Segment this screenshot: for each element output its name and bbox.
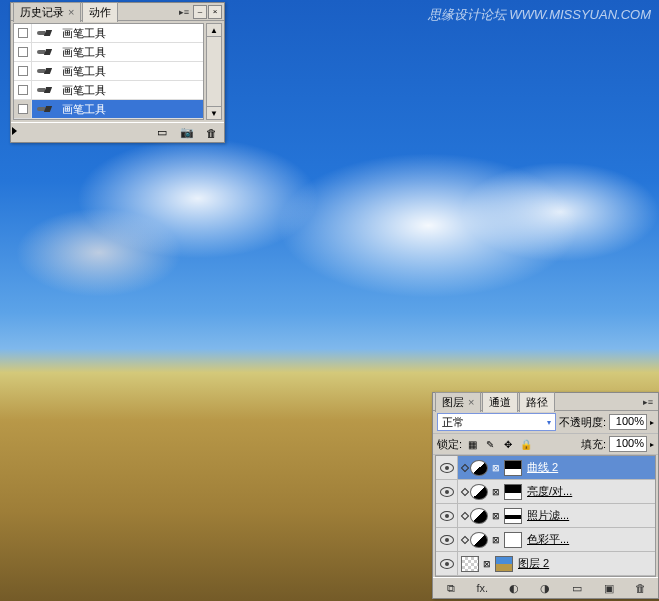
- layer-name[interactable]: 照片滤...: [525, 508, 655, 523]
- link-icon: ⊠: [492, 535, 500, 545]
- layer-thumb[interactable]: [461, 556, 479, 572]
- minimize-button[interactable]: –: [193, 5, 207, 19]
- panel-menu-icon[interactable]: ▸≡: [176, 7, 192, 17]
- tab-channels[interactable]: 通道: [482, 392, 518, 412]
- adjustment-thumb[interactable]: [470, 532, 488, 548]
- link-icon: ⊠: [492, 511, 500, 521]
- tab-channels-label: 通道: [489, 395, 511, 410]
- visibility-eye-icon[interactable]: [440, 511, 454, 521]
- fill-caret-icon[interactable]: ▸: [650, 440, 654, 449]
- history-item-label: 画笔工具: [58, 102, 203, 117]
- blend-mode-select[interactable]: 正常 ▾: [437, 413, 556, 431]
- tab-history[interactable]: 历史记录 ×: [13, 2, 81, 22]
- mask-thumb[interactable]: [504, 460, 522, 476]
- layer-mask-icon[interactable]: ◐: [505, 581, 523, 595]
- watermark-text: 思缘设计论坛 WWW.MISSYUAN.COM: [428, 6, 651, 24]
- history-item[interactable]: 画笔工具: [14, 81, 203, 100]
- tab-layers-label: 图层: [442, 395, 464, 410]
- close-button[interactable]: ×: [208, 5, 222, 19]
- layers-panel: 图层 × 通道 路径 ▸≡ 正常 ▾ 不透明度: 100% ▸ 锁定: ▦ ✎ …: [432, 392, 659, 599]
- visibility-eye-icon[interactable]: [440, 559, 454, 569]
- layer-name[interactable]: 色彩平...: [525, 532, 655, 547]
- adjustment-layer-icon[interactable]: ◑: [536, 581, 554, 595]
- layers-title-bar: 图层 × 通道 路径 ▸≡: [433, 393, 658, 411]
- lock-all-icon[interactable]: 🔒: [519, 437, 533, 451]
- history-item-selected[interactable]: 画笔工具: [14, 100, 203, 119]
- layer-row[interactable]: ⊠ 色彩平...: [436, 528, 655, 552]
- fill-input[interactable]: 100%: [609, 436, 647, 452]
- mask-thumb[interactable]: [504, 532, 522, 548]
- history-item[interactable]: 画笔工具: [14, 24, 203, 43]
- expand-indicator-icon[interactable]: [461, 535, 469, 543]
- trash-icon[interactable]: 🗑: [204, 126, 219, 139]
- panel-menu-icon[interactable]: ▸≡: [640, 397, 656, 407]
- adjustment-thumb[interactable]: [470, 460, 488, 476]
- opacity-caret-icon[interactable]: ▸: [650, 418, 654, 427]
- history-title-bar: 历史记录 × 动作 ▸≡ – ×: [11, 3, 224, 21]
- history-item[interactable]: 画笔工具: [14, 43, 203, 62]
- visibility-eye-icon[interactable]: [440, 487, 454, 497]
- opacity-input[interactable]: 100%: [609, 414, 647, 430]
- history-footer: ▭ 📷 🗑: [11, 122, 224, 142]
- trash-icon[interactable]: 🗑: [631, 581, 649, 595]
- history-list: 画笔工具 画笔工具 画笔工具 画笔工具 画笔工具: [13, 23, 204, 120]
- history-item[interactable]: 画笔工具: [14, 62, 203, 81]
- layer-name[interactable]: 图层 2: [516, 556, 655, 571]
- layer-row[interactable]: ⊠ 照片滤...: [436, 504, 655, 528]
- tab-paths[interactable]: 路径: [519, 392, 555, 412]
- history-panel: 历史记录 × 动作 ▸≡ – × 画笔工具 画笔工具 画笔工具: [10, 2, 225, 143]
- scroll-down-button[interactable]: ▼: [206, 106, 222, 120]
- visibility-eye-icon[interactable]: [440, 535, 454, 545]
- blend-mode-value: 正常: [442, 415, 464, 430]
- history-current-indicator: [12, 127, 17, 135]
- mask-thumb[interactable]: [504, 484, 522, 500]
- visibility-eye-icon[interactable]: [440, 463, 454, 473]
- new-document-icon[interactable]: ▭: [154, 126, 169, 139]
- tab-history-close-icon[interactable]: ×: [68, 6, 74, 18]
- brush-icon: [37, 84, 53, 96]
- lock-label: 锁定:: [437, 437, 462, 452]
- layer-name[interactable]: 亮度/对...: [525, 484, 655, 499]
- history-checkbox[interactable]: [18, 47, 28, 57]
- mask-thumb[interactable]: [504, 508, 522, 524]
- expand-indicator-icon[interactable]: [461, 511, 469, 519]
- expand-indicator-icon[interactable]: [461, 487, 469, 495]
- brush-icon: [37, 27, 53, 39]
- scrollbar-track[interactable]: [206, 37, 222, 106]
- group-icon[interactable]: ▭: [568, 581, 586, 595]
- tab-history-label: 历史记录: [20, 5, 64, 20]
- tab-layers[interactable]: 图层 ×: [435, 392, 481, 412]
- adjustment-thumb[interactable]: [470, 508, 488, 524]
- history-item-label: 画笔工具: [58, 26, 203, 41]
- opacity-label: 不透明度:: [559, 415, 606, 430]
- layer-style-icon[interactable]: fx.: [473, 581, 491, 595]
- history-checkbox[interactable]: [18, 104, 28, 114]
- lock-image-icon[interactable]: ✎: [483, 437, 497, 451]
- layer-list: ⊠ 曲线 2 ⊠ 亮度/对... ⊠ 照片滤...: [435, 455, 656, 577]
- snapshot-icon[interactable]: 📷: [179, 126, 194, 139]
- history-checkbox[interactable]: [18, 85, 28, 95]
- dropdown-caret-icon: ▾: [547, 418, 551, 427]
- lock-fill-row: 锁定: ▦ ✎ ✥ 🔒 填充: 100% ▸: [433, 434, 658, 455]
- new-layer-icon[interactable]: ▣: [600, 581, 618, 595]
- layers-footer: ⧉ fx. ◐ ◑ ▭ ▣ 🗑: [433, 577, 658, 598]
- history-checkbox[interactable]: [18, 28, 28, 38]
- link-icon: ⊠: [492, 487, 500, 497]
- layer-row[interactable]: ⊠ 图层 2: [436, 552, 655, 576]
- mask-thumb[interactable]: [495, 556, 513, 572]
- scroll-up-button[interactable]: ▲: [206, 23, 222, 37]
- lock-transparency-icon[interactable]: ▦: [465, 437, 479, 451]
- history-item-label: 画笔工具: [58, 45, 203, 60]
- link-layers-icon[interactable]: ⧉: [442, 581, 460, 595]
- tab-layers-close-icon[interactable]: ×: [468, 396, 474, 408]
- layer-row-selected[interactable]: ⊠ 曲线 2: [436, 456, 655, 480]
- blend-opacity-row: 正常 ▾ 不透明度: 100% ▸: [433, 411, 658, 434]
- lock-position-icon[interactable]: ✥: [501, 437, 515, 451]
- history-checkbox[interactable]: [18, 66, 28, 76]
- expand-indicator-icon[interactable]: [461, 463, 469, 471]
- layer-name[interactable]: 曲线 2: [525, 460, 655, 475]
- brush-icon: [37, 103, 53, 115]
- adjustment-thumb[interactable]: [470, 484, 488, 500]
- layer-row[interactable]: ⊠ 亮度/对...: [436, 480, 655, 504]
- tab-actions[interactable]: 动作: [82, 2, 118, 22]
